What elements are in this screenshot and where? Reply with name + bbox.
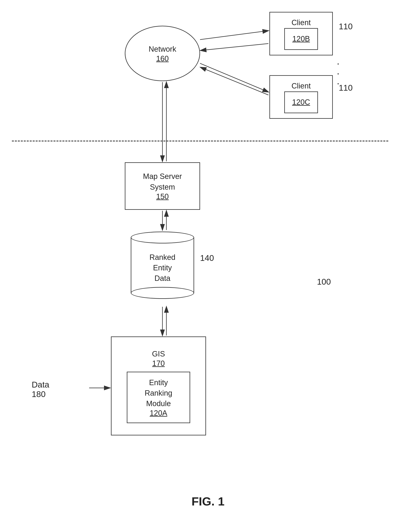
client-top-label: Client	[291, 18, 311, 28]
data-label: Data	[32, 380, 49, 389]
erm-bottom-id: 120C	[292, 97, 310, 107]
fig-label-text: FIG. 1	[192, 495, 225, 508]
system-100-text: 100	[317, 277, 331, 286]
cylinder-top	[131, 232, 194, 243]
map-server-line2: System	[150, 182, 175, 192]
erm-top-id: 120B	[292, 34, 310, 44]
svg-line-4	[200, 44, 268, 50]
figure-label: FIG. 1	[192, 494, 225, 508]
ref-110-top-text: 110	[339, 22, 353, 31]
erm-box-bottom: 120C	[284, 91, 318, 113]
network-ellipse: Network 160	[125, 26, 200, 81]
erm-inner-line1: Entity	[149, 377, 168, 388]
diagram: Client 120B 110 ··· Client 120C 110 Netw…	[0, 0, 416, 532]
network-id: 160	[156, 54, 168, 63]
erm-inner-line3: Module	[146, 399, 171, 409]
erm-box-top: 120B	[284, 28, 318, 50]
client-box-bottom: Client 120C	[269, 75, 333, 119]
gis-id: 170	[152, 359, 165, 368]
system-label-100: 100	[317, 277, 331, 286]
ref-110-top: 110	[339, 22, 353, 31]
svg-line-3	[200, 31, 268, 39]
erm-inner-line2: Ranking	[145, 388, 172, 399]
dashed-divider	[12, 141, 388, 142]
svg-line-6	[200, 67, 268, 95]
map-server-box: Map Server System 150	[125, 162, 200, 210]
erm-inner-box: Entity Ranking Module 120A	[127, 372, 190, 423]
data-180-label: Data 180	[32, 380, 49, 399]
data-id: 180	[32, 390, 46, 399]
map-server-line1: Map Server	[143, 171, 182, 182]
ref-140: 140	[200, 253, 214, 263]
ref-140-text: 140	[200, 253, 214, 263]
cylinder-body: Ranked Entity Data	[131, 238, 194, 293]
ref-110-bottom: 110	[339, 83, 353, 93]
gis-label: GIS	[152, 349, 165, 359]
ref-110-bottom-text: 110	[339, 83, 353, 92]
cylinder-bottom	[131, 287, 194, 299]
client-bottom-label: Client	[291, 81, 311, 91]
network-label: Network	[149, 44, 176, 54]
client-box-top: Client 120B	[269, 12, 333, 56]
map-server-id: 150	[156, 192, 168, 201]
svg-line-5	[200, 63, 268, 92]
ranked-entity-line3: Data	[155, 273, 170, 284]
arrows-svg	[0, 0, 416, 532]
gis-box: GIS 170 Entity Ranking Module 120A	[111, 336, 206, 436]
ranked-entity-line1: Ranked	[149, 252, 176, 263]
erm-inner-id: 120A	[150, 409, 167, 418]
ranked-entity-cylinder: Ranked Entity Data	[131, 232, 194, 299]
ranked-entity-line2: Entity	[153, 263, 172, 273]
